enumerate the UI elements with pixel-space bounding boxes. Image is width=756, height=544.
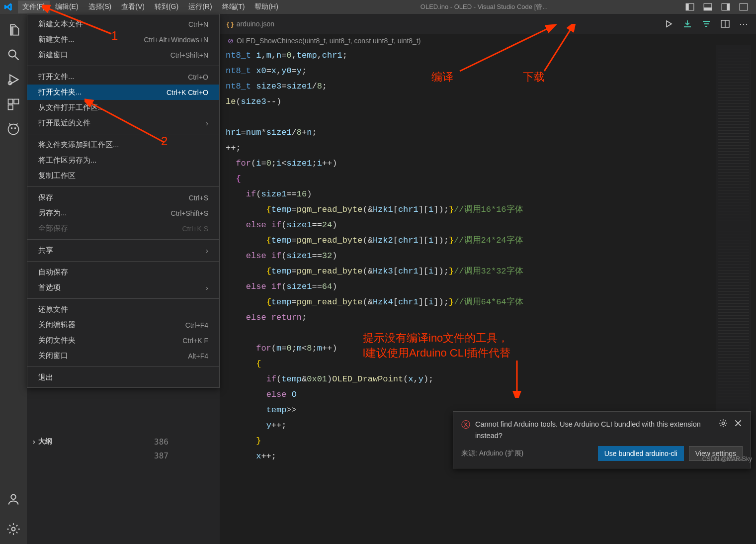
breadcrumb[interactable]: ⊘ OLED_ShowChinese(uint8_t, uint8_t, con… — [220, 34, 756, 48]
menu-item[interactable]: 关闭编辑器Ctrl+F4 — [27, 317, 219, 333]
svg-rect-12 — [8, 105, 13, 109]
notification-message: Cannot find Arduino tools. Use Arduino C… — [475, 419, 714, 441]
menu-item[interactable]: 新建文本文件Ctrl+N — [27, 16, 219, 32]
title-controls — [685, 2, 748, 11]
menu-item-shortcut: Ctrl+Shift+N — [170, 51, 208, 59]
menu-item-label: 将文件夹添加到工作区... — [38, 140, 208, 150]
menu-item[interactable]: 另存为...Ctrl+Shift+S — [27, 205, 219, 221]
activity-search[interactable] — [5, 45, 21, 65]
activity-settings[interactable] — [5, 519, 21, 539]
menu-item-label: 还原文件 — [38, 305, 208, 314]
outline-section[interactable]: › 大纲 — [27, 435, 220, 448]
svg-point-19 — [12, 528, 15, 531]
filter-icon[interactable] — [701, 19, 711, 29]
menu-select[interactable]: 选择(S) — [84, 0, 116, 13]
menu-separator — [27, 134, 219, 134]
menu-item[interactable]: 自动保存 — [27, 265, 219, 280]
menu-item-shortcut: Ctrl+Alt+Windows+N — [144, 36, 208, 44]
error-icon: ⓧ — [461, 419, 470, 431]
chevron-right-icon: › — [206, 246, 208, 255]
menu-item-label: 复制工作区 — [38, 171, 208, 181]
menu-item-label: 新建窗口 — [38, 50, 170, 60]
menubar: 文件(F) 编辑(E) 选择(S) 查看(V) 转到(G) 运行(R) 终端(T… — [18, 0, 283, 13]
minimap[interactable] — [716, 45, 751, 453]
menu-item-label: 退出 — [38, 373, 208, 382]
menu-separator — [27, 261, 219, 262]
menu-item[interactable]: 复制工作区 — [27, 168, 219, 183]
title-bar: 文件(F) 编辑(E) 选择(S) 查看(V) 转到(G) 运行(R) 终端(T… — [0, 0, 756, 14]
menu-item[interactable]: 保存Ctrl+S — [27, 190, 219, 205]
menu-item-shortcut: Ctrl+K Ctrl+O — [167, 89, 208, 96]
activity-account[interactable] — [5, 489, 21, 509]
file-menu-dropdown: 新建文本文件Ctrl+N新建文件...Ctrl+Alt+Windows+N新建窗… — [27, 14, 220, 388]
menu-item-label: 保存 — [38, 193, 189, 202]
watermark: CSDN @MAR-Sky — [702, 455, 752, 462]
menu-item[interactable]: 将工作区另存为... — [27, 153, 219, 168]
toggle-right-icon[interactable] — [721, 2, 730, 11]
svg-rect-6 — [740, 3, 748, 10]
menu-item[interactable]: 关闭文件夹Ctrl+K F — [27, 333, 219, 348]
activity-bar — [0, 14, 27, 544]
menu-item[interactable]: 退出 — [27, 370, 219, 385]
tab-bar: { } arduino.json ⋯ — [220, 14, 756, 34]
menu-item-label: 打开文件... — [38, 72, 188, 82]
menu-item[interactable]: 打开最近的文件› — [27, 115, 219, 131]
more-icon[interactable]: ⋯ — [739, 18, 748, 29]
menu-separator — [27, 186, 219, 187]
menu-item-shortcut: Ctrl+S — [189, 194, 208, 202]
code-editor[interactable]: nt8_t i,m,n=0,temp,chr1; nt8_t x0=x,y0=y… — [220, 48, 756, 544]
menu-run[interactable]: 运行(R) — [184, 0, 216, 13]
upload-icon[interactable] — [682, 19, 692, 29]
tab-arduino-json[interactable]: { } arduino.json — [220, 15, 281, 32]
menu-item[interactable]: 全部保存Ctrl+K S — [27, 221, 219, 236]
verify-icon[interactable] — [664, 19, 673, 29]
menu-item-label: 全部保存 — [38, 224, 182, 233]
menu-help[interactable]: 帮助(H) — [250, 0, 282, 13]
menu-item[interactable]: 从文件打开工作区... — [27, 100, 219, 115]
menu-file[interactable]: 文件(F) — [18, 0, 50, 13]
menu-item[interactable]: 首选项› — [27, 280, 219, 295]
svg-line-17 — [16, 123, 17, 125]
chevron-right-icon: › — [206, 283, 208, 292]
menu-item-label: 从文件打开工作区... — [38, 103, 208, 112]
menu-view[interactable]: 查看(V) — [117, 0, 149, 13]
menu-edit[interactable]: 编辑(E) — [51, 0, 83, 13]
menu-item-label: 新建文本文件 — [38, 19, 188, 29]
toggle-panel-icon[interactable] — [685, 2, 694, 11]
activity-extensions[interactable] — [5, 94, 21, 114]
activity-debug[interactable] — [5, 70, 21, 90]
menu-separator — [27, 66, 219, 66]
menu-item[interactable]: 共享› — [27, 243, 219, 258]
activity-platformio[interactable] — [5, 119, 21, 139]
menu-item[interactable]: 新建窗口Ctrl+Shift+N — [27, 47, 219, 63]
breadcrumb-text: OLED_ShowChinese(uint8_t, uint8_t, const… — [237, 37, 420, 45]
menu-item-label: 打开最近的文件 — [38, 118, 202, 128]
menu-item-label: 关闭文件夹 — [38, 336, 182, 345]
use-bundled-button[interactable]: Use bundled arduino-cli — [598, 446, 684, 461]
layout-icon[interactable] — [739, 2, 748, 11]
menu-item[interactable]: 打开文件夹...Ctrl+K Ctrl+O — [27, 85, 219, 100]
menu-item[interactable]: 新建文件...Ctrl+Alt+Windows+N — [27, 32, 219, 47]
tab-label: arduino.json — [237, 20, 274, 28]
toggle-bottom-icon[interactable] — [703, 2, 712, 11]
menu-separator — [27, 366, 219, 367]
menu-item-label: 自动保存 — [38, 268, 208, 277]
menu-item-label: 首选项 — [38, 283, 202, 292]
svg-point-7 — [9, 50, 16, 57]
gear-icon[interactable] — [719, 419, 728, 428]
svg-line-8 — [15, 57, 19, 60]
menu-item[interactable]: 将文件夹添加到工作区... — [27, 137, 219, 153]
menu-item[interactable]: 打开文件...Ctrl+O — [27, 69, 219, 85]
svg-point-13 — [8, 124, 19, 135]
close-icon[interactable] — [734, 419, 743, 428]
menu-terminal[interactable]: 终端(T) — [218, 0, 250, 13]
svg-point-18 — [11, 495, 15, 499]
svg-point-14 — [11, 127, 13, 129]
menu-item-shortcut: Ctrl+F4 — [185, 321, 208, 329]
activity-explorer[interactable] — [5, 20, 21, 40]
line-numbers-fragment: 386 387 — [154, 435, 168, 463]
menu-item[interactable]: 还原文件 — [27, 302, 219, 317]
split-icon[interactable] — [720, 19, 730, 29]
menu-item[interactable]: 关闭窗口Alt+F4 — [27, 348, 219, 363]
menu-goto[interactable]: 转到(G) — [150, 0, 183, 13]
